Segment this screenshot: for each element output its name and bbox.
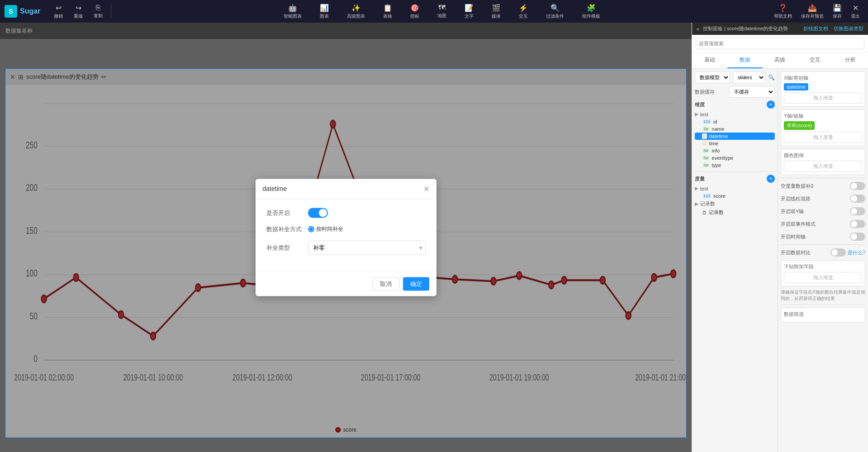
measure-group-name: test [700, 186, 708, 191]
x-drop-zone[interactable]: 拖入维度 [784, 92, 862, 104]
panel-expand-icon[interactable]: » [697, 26, 699, 32]
right-panel: » 控制面板 | score随datetime的变化趋势 折线图文档 切换图表类… [692, 23, 868, 452]
interact-button[interactable]: ⚡ 交互 [514, 2, 532, 21]
modal-title: datetime [263, 185, 287, 192]
field-type[interactable]: Str type [695, 162, 775, 169]
modal-close-button[interactable]: ✕ [423, 184, 429, 193]
redo-button[interactable]: ↪ 重做 [69, 2, 87, 21]
what-is-this-link[interactable]: 是什么? [848, 249, 865, 256]
measure-group-header[interactable]: ▶ test [695, 185, 775, 192]
enable-toggle[interactable] [308, 208, 328, 218]
dual-y-toggle[interactable] [850, 207, 865, 215]
line-chart-doc-link[interactable]: 折线图文档 [803, 25, 828, 32]
y-drop-zone[interactable]: 拖入度量 [784, 132, 862, 143]
confirm-button[interactable]: 确定 [403, 277, 429, 290]
exit-label: 退出 [851, 13, 860, 19]
field-name[interactable]: Str name [695, 125, 775, 133]
fill-time-option[interactable]: 按时间补全 [308, 225, 343, 233]
field-name-info: info [712, 148, 720, 153]
y-axis-section: Y轴/值轴 求和(score) 拖入度量 [781, 109, 865, 146]
compare-toggle[interactable] [830, 248, 846, 257]
help-button[interactable]: ❓ 帮助文档 [770, 2, 796, 21]
cache-select[interactable]: 不缓存 [729, 86, 775, 98]
tab-analysis[interactable]: 分析 [833, 52, 868, 68]
modal-footer: 取消 确定 [256, 271, 436, 296]
dual-y-label: 开启双Y轴 [781, 208, 804, 215]
copy-button[interactable]: ⎘ 复制 [89, 2, 107, 21]
save-button[interactable]: 💾 保存 [829, 2, 845, 21]
field-type-time-badge: □ [702, 141, 707, 146]
help-label: 帮助文档 [774, 13, 792, 19]
save-label: 保存 [833, 13, 842, 19]
null-data-toggle[interactable] [850, 182, 865, 190]
data-model-select[interactable]: 数据模型 [695, 71, 730, 83]
map-icon: 🗺 [438, 4, 446, 12]
search-field-icon[interactable]: 🔍 [768, 74, 775, 81]
line-bar-toggle[interactable] [850, 195, 865, 203]
tab-basic[interactable]: 基础 [692, 52, 727, 68]
undo-button[interactable]: ↩ 撤销 [49, 2, 67, 21]
null-data-label: 空度量数据补0 [781, 183, 813, 190]
switch-chart-link[interactable]: 切换图表类型 [834, 25, 863, 32]
add-measure-button[interactable]: + [767, 175, 775, 183]
fill-type-select[interactable]: 补零 补空 补前值 [308, 240, 426, 255]
add-dimension-button[interactable]: + [767, 100, 775, 109]
redo-icon: ↪ [76, 4, 81, 12]
help-icon: ❓ [778, 4, 787, 12]
y-active-field-tag[interactable]: 求和(score) [784, 121, 815, 130]
save-icon: 💾 [833, 4, 842, 12]
field-record-count[interactable]: 🗒 记录数 [695, 208, 775, 217]
table-button[interactable]: 📋 表格 [379, 2, 397, 21]
null-data-row: 空度量数据补0 [781, 181, 865, 191]
tab-interact[interactable]: 交互 [797, 52, 833, 68]
color-drop-zone[interactable]: 拖入维度 [784, 161, 862, 172]
advanced-chart-button[interactable]: ✨ 高级图表 [342, 2, 370, 21]
tab-advanced[interactable]: 高级 [763, 52, 798, 68]
smart-chart-button[interactable]: 🤖 智能图表 [279, 2, 306, 21]
advanced-chart-icon: ✨ [351, 4, 360, 12]
redo-label: 重做 [74, 13, 83, 19]
smart-chart-label: 智能图表 [284, 13, 302, 19]
toolbar: S Sugar ↩ 撤销 ↪ 重做 ⎘ 复制 🤖 智能图表 📊 图表 ✨ 高级图… [0, 0, 868, 23]
filter-button[interactable]: 🔍 过滤条件 [541, 2, 569, 21]
toolbar-center: 🤖 智能图表 📊 图表 ✨ 高级图表 📋 表格 🎯 指标 🗺 地图 📝 文字 � [115, 2, 768, 21]
dual-y-row: 开启双Y轴 [781, 206, 865, 216]
indicator-label: 指标 [410, 13, 419, 19]
time-axis-toggle[interactable] [850, 233, 865, 241]
fill-type-label: 补全类型 [266, 243, 303, 252]
x-axis-section: X轴/类别轴 datetime 拖入维度 [781, 71, 865, 107]
field-name-record: 记录数 [709, 209, 724, 216]
cancel-button[interactable]: 取消 [372, 277, 399, 290]
record-arrow-icon: ▶ [695, 201, 698, 207]
settings-search-input[interactable] [696, 38, 864, 49]
cache-row: 数据缓存 不缓存 [695, 86, 775, 98]
text-button[interactable]: 📝 文字 [460, 2, 478, 21]
exit-button[interactable]: ✕ 退出 [847, 2, 863, 21]
map-button[interactable]: 🗺 地图 [433, 2, 451, 21]
test-group-header[interactable]: ▶ test [695, 110, 775, 118]
y-axis-label: Y轴/值轴 [784, 113, 862, 119]
sliders-select[interactable]: sliders [733, 71, 765, 83]
chart-button[interactable]: 📊 图表 [315, 2, 333, 21]
component-template-button[interactable]: 🧩 组件模板 [578, 2, 605, 21]
record-group-name: 记录数 [700, 200, 715, 207]
fill-time-radio[interactable] [308, 226, 314, 232]
filter-section: 数据筛选 [781, 308, 865, 323]
field-score[interactable]: 123 score [695, 192, 775, 200]
dual-event-toggle[interactable]: 1 [850, 220, 865, 228]
x-active-field-tag[interactable]: datetime [784, 83, 808, 90]
field-datetime[interactable]: □ datetime [695, 133, 775, 140]
drill-drop-zone[interactable]: 拖入维度 [784, 272, 862, 283]
field-time[interactable]: □ time [695, 140, 775, 147]
color-section: 颜色图例 拖入维度 [781, 149, 865, 175]
right-panel-header: » 控制面板 | score随datetime的变化趋势 折线图文档 切换图表类… [692, 23, 868, 35]
record-group-header[interactable]: ▶ 记录数 [695, 200, 775, 208]
field-id[interactable]: 123 id [695, 118, 775, 125]
field-eventtype[interactable]: Str eventtype [695, 154, 775, 162]
save-preview-button[interactable]: 📤 保存并预览 [797, 2, 827, 21]
dual-event-row: 开启双事件模式 1 [781, 219, 865, 229]
media-button[interactable]: 🎬 媒体 [487, 2, 505, 21]
indicator-button[interactable]: 🎯 指标 [406, 2, 424, 21]
tab-data[interactable]: 数据 [727, 52, 763, 68]
field-info[interactable]: Str info [695, 147, 775, 154]
